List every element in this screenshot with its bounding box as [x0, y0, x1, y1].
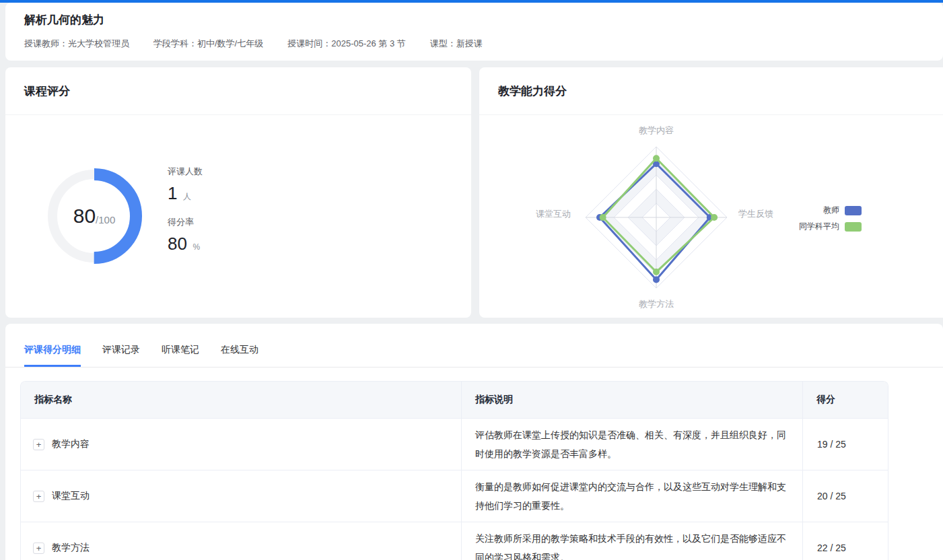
meta-time: 授课时间：2025-05-26 第 3 节: [287, 38, 406, 50]
indicator-score: 20 / 25: [803, 470, 888, 522]
teaching-ability-card-title: 教学能力得分: [479, 67, 943, 115]
meta-course-type: 课型：新授课: [430, 38, 483, 50]
col-header-score: 得分: [803, 382, 888, 419]
table-row: + 课堂互动 衡量的是教师如何促进课堂内的交流与合作，以及这些互动对学生理解和支…: [21, 470, 888, 522]
score-rate-unit: %: [193, 242, 200, 252]
raters-count-unit: 人: [183, 192, 191, 201]
teaching-ability-card: 教学能力得分 教学内容 学生反馈 教学方法 课堂互动 教师 同学科平均: [479, 67, 943, 318]
indicator-table: 指标名称 指标说明 得分 + 教学内容 评估教师在课堂上传授的知识是否准确、相关…: [20, 381, 888, 560]
course-score-card-title: 课程评分: [5, 67, 471, 115]
course-score-card: 课程评分 80 /100 评课人数 1 人 得分率: [5, 67, 471, 318]
score-rate-label: 得分率: [168, 216, 203, 228]
meta-grade-subject: 学段学科：初中/数学/七年级: [153, 38, 263, 50]
legend-item-subject-average[interactable]: 同学科平均: [799, 221, 862, 232]
raters-count-label: 评课人数: [168, 166, 203, 178]
table-row: + 教学方法 关注教师所采用的教学策略和技术手段的有效性，以及它们是否能够适应不…: [21, 522, 888, 560]
expand-row-icon[interactable]: +: [33, 542, 44, 554]
tab-bar: 评课得分明细 评课记录 听课笔记 在线互动: [5, 344, 943, 368]
table-header-row: 指标名称 指标说明 得分: [21, 382, 888, 419]
legend-swatch-teacher-icon: [845, 206, 862, 215]
donut-score-denominator: /100: [96, 214, 115, 225]
radar-axis-label-content: 教学内容: [549, 125, 764, 137]
radar-axis-label-interaction: 课堂互动: [536, 208, 571, 220]
expand-row-icon[interactable]: +: [33, 439, 44, 450]
tab-score-detail[interactable]: 评课得分明细: [24, 344, 81, 367]
legend-label-subject-average: 同学科平均: [799, 221, 839, 232]
indicator-name: 课堂互动: [52, 490, 90, 502]
expand-row-icon[interactable]: +: [33, 491, 44, 502]
legend-item-teacher[interactable]: 教师: [799, 205, 862, 216]
radar-axis-label-method: 教学方法: [549, 298, 764, 310]
legend-label-teacher: 教师: [823, 205, 839, 216]
indicator-score: 19 / 25: [803, 419, 888, 470]
col-header-indicator-desc: 指标说明: [462, 382, 803, 419]
table-row: + 教学内容 评估教师在课堂上传授的知识是否准确、相关、有深度，并且组织良好，同…: [21, 419, 888, 470]
radar-axis-label-feedback: 学生反馈: [738, 208, 773, 220]
donut-score-value: 80: [73, 205, 96, 228]
tab-evaluation-records[interactable]: 评课记录: [102, 344, 140, 367]
raters-count-value: 1: [168, 183, 177, 203]
score-rate-value: 80: [168, 234, 187, 254]
indicator-score: 22 / 25: [803, 522, 888, 560]
course-score-donut-chart: 80 /100: [37, 159, 151, 273]
radar-legend: 教师 同学科平均: [799, 205, 862, 237]
indicator-desc: 评估教师在课堂上传授的知识是否准确、相关、有深度，并且组织良好，同时使用的教学资…: [475, 425, 786, 463]
teaching-ability-radar-chart: 教学内容 学生反馈 教学方法 课堂互动: [549, 110, 764, 325]
indicator-desc: 衡量的是教师如何促进课堂内的交流与合作，以及这些互动对学生理解和支持他们学习的重…: [475, 477, 786, 515]
indicator-name: 教学方法: [52, 542, 90, 554]
tab-online-interaction[interactable]: 在线互动: [221, 344, 258, 367]
tab-listening-notes[interactable]: 听课笔记: [162, 344, 199, 367]
course-meta-row: 授课教师：光大学校管理员 学段学科：初中/数学/七年级 授课时间：2025-05…: [24, 38, 924, 50]
indicator-desc: 关注教师所采用的教学策略和技术手段的有效性，以及它们是否能够适应不同的学习风格和…: [475, 529, 786, 560]
col-header-indicator-name: 指标名称: [21, 382, 462, 419]
meta-teacher: 授课教师：光大学校管理员: [24, 38, 129, 50]
course-header-card: 解析几何的魅力 授课教师：光大学校管理员 学段学科：初中/数学/七年级 授课时间…: [5, 3, 943, 61]
legend-swatch-subject-average-icon: [845, 222, 862, 232]
page-title: 解析几何的魅力: [24, 12, 924, 28]
indicator-name: 教学内容: [52, 438, 90, 450]
evaluation-detail-card: 评课得分明细 评课记录 听课笔记 在线互动 指标名称 指标说明 得分 + 教学内…: [5, 324, 943, 560]
